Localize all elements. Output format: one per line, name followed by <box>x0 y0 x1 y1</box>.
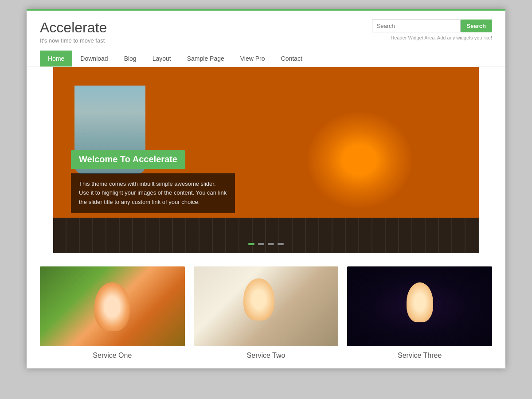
service-title-2: Service Two <box>194 352 339 360</box>
nav-link-download[interactable]: Download <box>72 51 116 66</box>
slider-dot-1[interactable] <box>248 243 254 245</box>
service-title-1: Service One <box>40 352 185 360</box>
service-card-3: Service Three <box>347 266 492 360</box>
nav-item-blog[interactable]: Blog <box>116 51 145 66</box>
site-tagline: It's now time to move fast <box>40 37 107 44</box>
service-card-1: Service One <box>40 266 185 360</box>
nav-item-download[interactable]: Download <box>72 51 116 66</box>
slider-image: Welcome To Accelerate This theme comes w… <box>53 67 479 253</box>
nav-link-blog[interactable]: Blog <box>116 51 145 66</box>
slider-description: This theme comes with inbuilt simple awe… <box>71 173 235 213</box>
search-form: Search <box>372 20 492 32</box>
site-title: Accelerate <box>40 20 107 36</box>
slider-title: Welcome To Accelerate <box>71 150 185 169</box>
site-nav: Home Download Blog Layout Sample Page Vi… <box>27 51 505 67</box>
nav-item-sample[interactable]: Sample Page <box>179 51 232 66</box>
service-image-1 <box>40 266 185 346</box>
service-card-2: Service Two <box>194 266 339 360</box>
slider-dot-4[interactable] <box>278 243 284 245</box>
nav-item-viewpro[interactable]: View Pro <box>232 51 273 66</box>
services-section: Service One Service Two Service Three <box>27 253 505 368</box>
nav-link-contact[interactable]: Contact <box>273 51 310 66</box>
slider-dot-3[interactable] <box>268 243 274 245</box>
page-wrapper: Accelerate It's now time to move fast Se… <box>27 9 505 368</box>
slider-dot-2[interactable] <box>258 243 264 245</box>
nav-link-home[interactable]: Home <box>40 51 72 66</box>
search-input[interactable] <box>372 20 461 32</box>
header-widget: Search Header Widget Area: Add any widge… <box>372 20 492 40</box>
nav-item-home[interactable]: Home <box>40 51 72 66</box>
service-image-3 <box>347 266 492 346</box>
nav-item-layout[interactable]: Layout <box>145 51 179 66</box>
service-image-2 <box>194 266 339 346</box>
slider-caption: Welcome To Accelerate This theme comes w… <box>71 150 235 213</box>
hero-slider: Welcome To Accelerate This theme comes w… <box>53 67 479 253</box>
slider-dots <box>248 243 284 245</box>
site-branding: Accelerate It's now time to move fast <box>40 20 107 44</box>
search-button[interactable]: Search <box>461 20 492 32</box>
service-title-3: Service Three <box>347 352 492 360</box>
nav-menu: Home Download Blog Layout Sample Page Vi… <box>40 51 492 66</box>
site-header: Accelerate It's now time to move fast Se… <box>27 11 505 51</box>
nav-link-viewpro[interactable]: View Pro <box>232 51 273 66</box>
nav-link-sample[interactable]: Sample Page <box>179 51 232 66</box>
nav-link-layout[interactable]: Layout <box>145 51 179 66</box>
header-widget-text: Header Widget Area: Add any widgets you … <box>372 35 492 40</box>
nav-item-contact[interactable]: Contact <box>273 51 310 66</box>
slider-wrapper: Welcome To Accelerate This theme comes w… <box>27 67 505 253</box>
